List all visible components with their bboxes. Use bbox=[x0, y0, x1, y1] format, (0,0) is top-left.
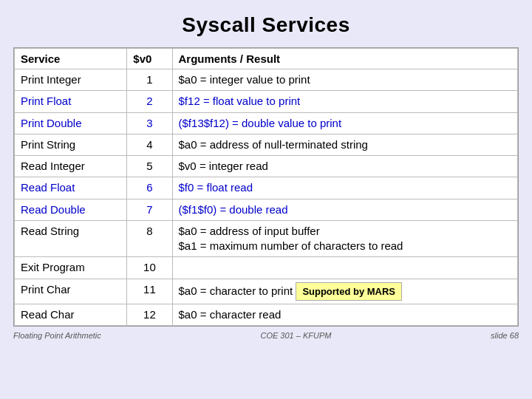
service-cell: Read Float bbox=[15, 177, 127, 199]
v0-cell: 4 bbox=[127, 134, 172, 155]
args-cell: $a0 = integer value to print bbox=[172, 69, 517, 91]
v0-cell: 11 bbox=[127, 279, 172, 304]
args-cell: $a0 = address of null-terminated string bbox=[172, 134, 517, 155]
v0-cell: 12 bbox=[127, 304, 172, 326]
args-cell: $v0 = integer read bbox=[172, 156, 517, 177]
args-cell bbox=[172, 257, 517, 279]
table-row: Print Double3($f13$f12) = double value t… bbox=[15, 112, 518, 134]
v0-cell: 6 bbox=[127, 177, 172, 199]
service-cell: Print Double bbox=[15, 112, 127, 134]
table-row: Print Float2$f12 = float value to print bbox=[15, 91, 518, 112]
page-title: Syscall Services bbox=[13, 13, 519, 37]
args-cell: ($f13$f12) = double value to print bbox=[172, 112, 517, 134]
args-cell: $a0 = character to print Supported by MA… bbox=[172, 279, 517, 304]
col-args: Arguments / Result bbox=[172, 49, 517, 69]
footer-left: Floating Point Arithmetic bbox=[13, 331, 101, 340]
service-cell: Read String bbox=[15, 220, 127, 257]
args-cell: $a0 = character read bbox=[172, 304, 517, 326]
v0-cell: 1 bbox=[127, 69, 172, 91]
table-header-row: Service $v0 Arguments / Result bbox=[15, 49, 518, 69]
v0-cell: 7 bbox=[127, 199, 172, 220]
v0-cell: 10 bbox=[127, 257, 172, 279]
footer-credits: Floating Point Arithmetic COE 301 – KFUP… bbox=[13, 331, 519, 340]
service-cell: Print Float bbox=[15, 91, 127, 112]
table-row: Print Integer1$a0 = integer value to pri… bbox=[15, 69, 518, 91]
table-row: Read String8$a0 = address of input buffe… bbox=[15, 220, 518, 257]
footer-center: COE 301 – KFUPM bbox=[260, 331, 331, 340]
supported-badge: Supported by MARS bbox=[296, 282, 402, 301]
table-row: Exit Program10 bbox=[15, 257, 518, 279]
args-cell: $f12 = float value to print bbox=[172, 91, 517, 112]
v0-cell: 3 bbox=[127, 112, 172, 134]
v0-cell: 5 bbox=[127, 156, 172, 177]
service-cell: Print Char bbox=[15, 279, 127, 304]
col-service: Service bbox=[15, 49, 127, 69]
table-row: Print Char11$a0 = character to print Sup… bbox=[15, 279, 518, 304]
table-row: Read Char12$a0 = character read bbox=[15, 304, 518, 326]
service-cell: Read Char bbox=[15, 304, 127, 326]
v0-cell: 2 bbox=[127, 91, 172, 112]
table-row: Print String4$a0 = address of null-termi… bbox=[15, 134, 518, 155]
service-cell: Print String bbox=[15, 134, 127, 155]
args-cell: ($f1$f0) = double read bbox=[172, 199, 517, 220]
table-row: Read Integer5$v0 = integer read bbox=[15, 156, 518, 177]
table-row: Read Float6$f0 = float read bbox=[15, 177, 518, 199]
service-cell: Read Double bbox=[15, 199, 127, 220]
page-title-bar: Syscall Services bbox=[13, 13, 519, 37]
service-cell: Read Integer bbox=[15, 156, 127, 177]
syscall-table-container: Service $v0 Arguments / Result Print Int… bbox=[13, 47, 519, 327]
v0-cell: 8 bbox=[127, 220, 172, 257]
service-cell: Exit Program bbox=[15, 257, 127, 279]
col-v0: $v0 bbox=[127, 49, 172, 69]
args-cell: $f0 = float read bbox=[172, 177, 517, 199]
syscall-table: Service $v0 Arguments / Result Print Int… bbox=[14, 48, 518, 326]
args-cell: $a0 = address of input buffer$a1 = maxim… bbox=[172, 220, 517, 257]
footer-right: slide 68 bbox=[491, 331, 519, 340]
table-row: Read Double7($f1$f0) = double read bbox=[15, 199, 518, 220]
service-cell: Print Integer bbox=[15, 69, 127, 91]
